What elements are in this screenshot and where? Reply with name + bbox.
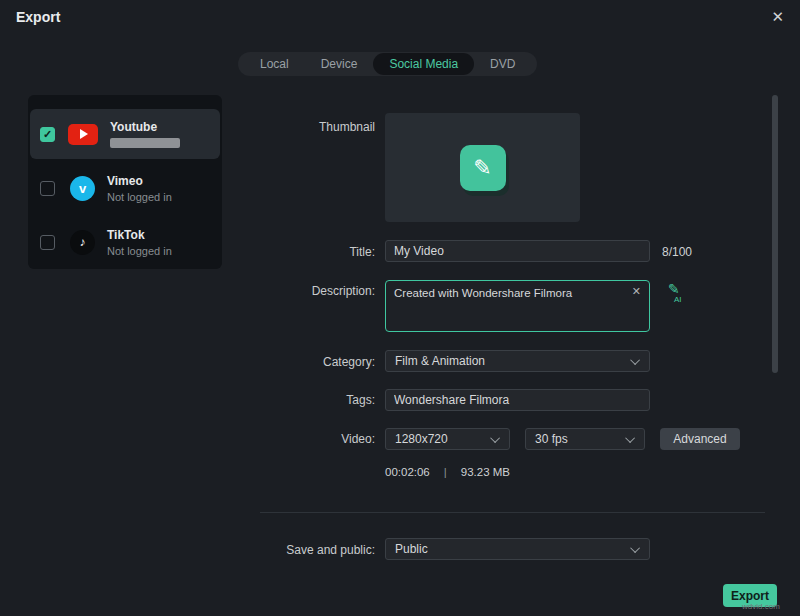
tab-device[interactable]: Device [305,53,374,75]
tags-label: Tags: [257,393,375,407]
youtube-play-icon [80,129,88,139]
vimeo-icon: v [70,176,95,201]
save-public-value: Public [395,542,428,556]
watermark-text: wdvid.com [742,602,780,611]
fps-select[interactable]: 30 fps [525,428,645,450]
description-field: ✕ [385,280,650,332]
platform-name: Youtube [110,120,180,134]
save-public-select[interactable]: Public [385,538,650,560]
dialog-title: Export [16,9,60,25]
category-select[interactable]: Film & Animation [385,350,650,372]
chevron-down-icon [625,433,635,443]
description-input[interactable] [386,281,649,331]
ai-label: AI [674,296,682,304]
filesize-value: 93.23 MB [461,466,510,478]
thumbnail-label: Thumbnail [257,120,375,134]
tab-social-media[interactable]: Social Media [373,53,474,75]
title-input[interactable] [385,240,650,262]
check-icon: ✓ [43,129,52,140]
tab-dvd[interactable]: DVD [474,53,531,75]
vertical-scrollbar[interactable] [772,95,778,373]
youtube-checkbox[interactable]: ✓ [40,127,55,142]
platform-name: Vimeo [107,174,172,188]
platform-name: TikTok [107,228,172,242]
video-label: Video: [257,432,375,446]
platform-row-youtube[interactable]: ✓ Youtube [30,109,220,159]
section-divider [260,512,765,513]
fps-value: 30 fps [535,432,568,446]
vimeo-checkbox[interactable] [40,181,55,196]
thumbnail-preview[interactable]: ✎ [385,113,580,222]
duration-value: 00:02:06 [385,466,430,478]
save-public-label: Save and public: [257,543,375,557]
account-name-redacted [110,138,180,148]
clear-description-icon[interactable]: ✕ [632,285,641,298]
platform-status: Not logged in [107,191,172,203]
title-counter: 8/100 [662,245,692,259]
resolution-value: 1280x720 [395,432,448,446]
platform-row-vimeo[interactable]: v Vimeo Not logged in [30,163,220,213]
category-value: Film & Animation [395,354,485,368]
chevron-down-icon [630,543,640,553]
tags-input[interactable] [385,389,650,411]
thumbnail-edit-button[interactable]: ✎ [460,145,506,191]
video-meta: 00:02:06 | 93.23 MB [385,466,510,478]
tiktok-checkbox[interactable] [40,235,55,250]
export-tabs: Local Device Social Media DVD [238,52,537,76]
youtube-icon [68,124,98,145]
chevron-down-icon [630,355,640,365]
ai-copywriting-button[interactable]: ✎ AI [666,283,682,304]
edit-pencil-icon: ✎ [473,155,491,181]
chevron-down-icon [490,433,500,443]
platform-status: Not logged in [107,245,172,257]
close-icon[interactable]: ✕ [771,7,784,27]
platform-row-tiktok[interactable]: ♪ TikTok Not logged in [30,217,220,267]
export-dialog: Export ✕ Local Device Social Media DVD ✓… [0,0,800,616]
title-label: Title: [257,245,375,259]
tiktok-icon: ♪ [70,230,95,255]
resolution-select[interactable]: 1280x720 [385,428,510,450]
category-label: Category: [257,355,375,369]
description-label: Description: [257,284,375,298]
platform-list: ✓ Youtube v Vimeo Not logged in ♪ TikTok [28,95,222,269]
meta-separator: | [444,466,447,478]
tab-local[interactable]: Local [244,53,305,75]
advanced-button[interactable]: Advanced [660,428,740,450]
